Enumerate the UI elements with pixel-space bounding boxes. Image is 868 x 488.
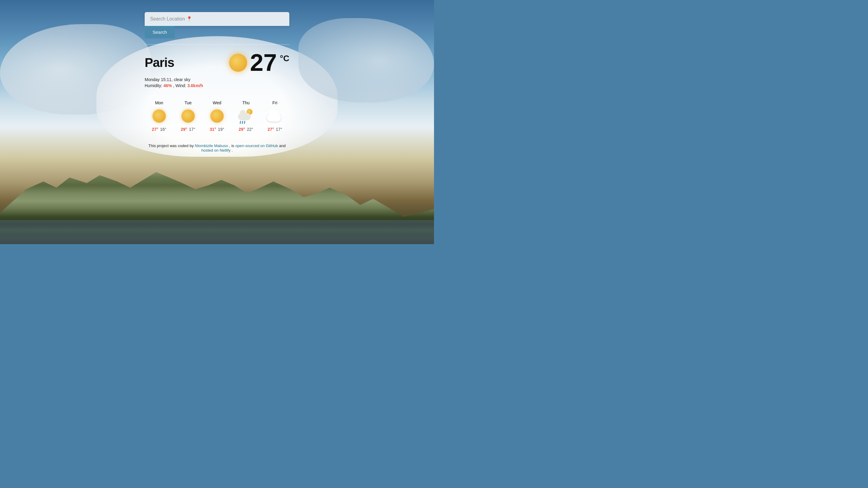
- low-wed: 19°: [218, 127, 224, 132]
- humidity-value: 46%: [163, 83, 172, 88]
- temps-tue: 29° 17°: [181, 127, 195, 132]
- bottom-divider: [145, 138, 289, 138]
- footer: This project was coded by Ntombizile Mab…: [145, 141, 289, 158]
- forecast-day-tue: Tue 29° 17°: [174, 100, 203, 132]
- footer-text-middle: , is: [229, 144, 235, 148]
- footer-text-before: This project was coded by: [148, 144, 195, 148]
- forecast-grid: Mon 27° 16° Tue 29° 17° Wed: [145, 97, 289, 135]
- forecast-icon-mon: [153, 108, 166, 124]
- forecast-icon-thu: [238, 108, 254, 124]
- cloud-white-fri: [267, 114, 281, 121]
- footer-netlify-link[interactable]: hosted on Netlify: [201, 148, 230, 153]
- low-thu: 22°: [247, 127, 253, 132]
- rain-line-1: [240, 121, 241, 124]
- footer-github-link[interactable]: open-sourced on GitHub: [236, 144, 278, 148]
- high-thu: 29°: [239, 127, 245, 132]
- forecast-icon-wed: [210, 108, 224, 124]
- temperature-value: 27: [250, 51, 277, 75]
- forecast-day-mon: Mon 27° 16°: [145, 100, 174, 132]
- main-content: Search Paris 27 °C Monday 15:11, clear s…: [0, 0, 434, 158]
- footer-text-and: and: [279, 144, 286, 148]
- weather-card: Paris 27 °C Monday 15:11, clear sky Humi…: [145, 48, 289, 91]
- day-label-tue: Tue: [184, 100, 192, 105]
- high-tue: 29°: [181, 127, 187, 132]
- low-tue: 17°: [189, 127, 195, 132]
- weather-main-row: Paris 27 °C: [145, 51, 289, 75]
- high-fri: 27°: [268, 127, 274, 132]
- day-label-mon: Mon: [155, 100, 163, 105]
- forecast-icon-tue: [181, 108, 195, 124]
- temps-thu: 29° 22°: [239, 127, 253, 132]
- sun-icon-mon: [153, 110, 166, 123]
- wind-value: 3.6km/h: [187, 83, 203, 88]
- sun-icon-tue: [181, 110, 195, 123]
- search-button[interactable]: Search: [145, 26, 175, 38]
- temps-mon: 27° 16°: [152, 127, 166, 132]
- humidity-label: Humidity:: [145, 83, 162, 88]
- water-reflection: [0, 220, 434, 244]
- search-input[interactable]: [145, 12, 289, 26]
- rain-icon-thu: [238, 108, 254, 124]
- day-label-thu: Thu: [242, 100, 250, 105]
- temperature-display: 27 °C: [229, 51, 289, 75]
- high-mon: 27°: [152, 127, 158, 132]
- weather-humidity-wind: Humidity: 46% , Wind: 3.6km/h: [145, 83, 289, 88]
- temps-fri: 27° 17°: [268, 127, 282, 132]
- forecast-day-fri: Fri 27° 17°: [260, 100, 289, 132]
- day-label-wed: Wed: [213, 100, 221, 105]
- search-section: Search: [145, 12, 289, 38]
- footer-text-end: .: [231, 148, 233, 153]
- city-info: Paris: [145, 56, 174, 70]
- rain-line-3: [244, 121, 245, 124]
- cloud-part-thu: [238, 113, 251, 120]
- low-fri: 17°: [276, 127, 282, 132]
- city-name: Paris: [145, 56, 174, 70]
- forecast-day-thu: Thu 29° 22°: [231, 100, 260, 132]
- low-mon: 16°: [160, 127, 166, 132]
- footer-author-link[interactable]: Ntombizile Mabuso: [195, 144, 228, 148]
- forecast-icon-fri: [267, 108, 283, 124]
- current-sun-icon: [229, 54, 247, 72]
- rain-line-2: [242, 121, 243, 124]
- high-wed: 31°: [210, 127, 216, 132]
- day-label-fri: Fri: [273, 100, 277, 105]
- forecast-day-wed: Wed 31° 19°: [203, 100, 231, 132]
- temps-wed: 31° 19°: [210, 127, 224, 132]
- sun-icon-wed: [210, 110, 224, 123]
- top-divider: [145, 44, 289, 44]
- weather-datetime: Monday 15:11, clear sky: [145, 77, 289, 82]
- temperature-unit: °C: [280, 51, 289, 63]
- cloud-icon-fri: [267, 110, 283, 123]
- rain-lines-thu: [240, 121, 245, 124]
- wind-label: , Wind:: [173, 83, 187, 88]
